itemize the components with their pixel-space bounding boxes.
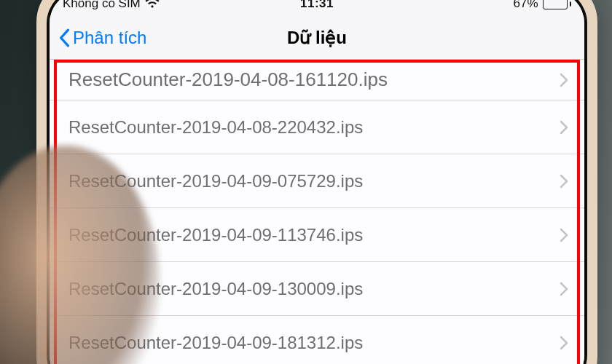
carrier-text: Không có SIM	[63, 0, 141, 11]
screen: Không có SIM 11:31 67%	[50, 0, 584, 364]
phone-inner-frame: Không có SIM 11:31 67%	[47, 0, 587, 364]
page-title: Dữ liệu	[287, 28, 347, 48]
chevron-right-icon	[560, 282, 568, 296]
chevron-right-icon	[560, 174, 568, 189]
list-item-label: ResetCounter-2019-04-09-181312.ips	[68, 333, 554, 353]
list-item[interactable]: ResetCounter-2019-04-09-130009.ips	[50, 262, 584, 316]
list-item-label: ResetCounter-2019-04-09-075729.ips	[68, 171, 554, 191]
chevron-left-icon	[58, 28, 70, 47]
photo-backdrop: Không có SIM 11:31 67%	[0, 0, 612, 364]
phone-bezel: Không có SIM 11:31 67%	[36, 0, 597, 364]
wifi-icon	[145, 0, 160, 9]
list-item-label: ResetCounter-2019-04-08-161120.ips	[68, 68, 554, 91]
battery-percent: 67%	[513, 0, 538, 11]
battery-icon	[543, 0, 572, 9]
chevron-right-icon	[560, 228, 568, 242]
list-item[interactable]: ResetCounter-2019-04-08-220432.ips	[50, 100, 584, 154]
list-item[interactable]: ResetCounter-2019-04-09-113746.ips	[50, 208, 584, 262]
list-item-label: ResetCounter-2019-04-09-113746.ips	[68, 225, 554, 245]
chevron-right-icon	[560, 120, 568, 135]
list-item[interactable]: ResetCounter-2019-04-09-075729.ips	[50, 154, 584, 208]
clock: 11:31	[300, 0, 334, 11]
chevron-right-icon	[560, 336, 568, 350]
list-item-label: ResetCounter-2019-04-08-220432.ips	[68, 117, 554, 138]
back-button[interactable]: Phân tích	[58, 28, 146, 48]
nav-bar: Phân tích Dữ liệu	[50, 16, 584, 60]
list-item[interactable]: ResetCounter-2019-04-09-181312.ips	[50, 316, 584, 364]
chevron-right-icon	[560, 73, 568, 87]
list-item[interactable]: ResetCounter-2019-04-08-161120.ips	[50, 60, 584, 100]
status-bar: Không có SIM 11:31 67%	[50, 0, 584, 16]
analytics-data-list[interactable]: ResetCounter-2019-04-08-161120.ips Reset…	[50, 60, 584, 364]
list-item-label: ResetCounter-2019-04-09-130009.ips	[68, 279, 554, 299]
back-label: Phân tích	[73, 28, 146, 48]
